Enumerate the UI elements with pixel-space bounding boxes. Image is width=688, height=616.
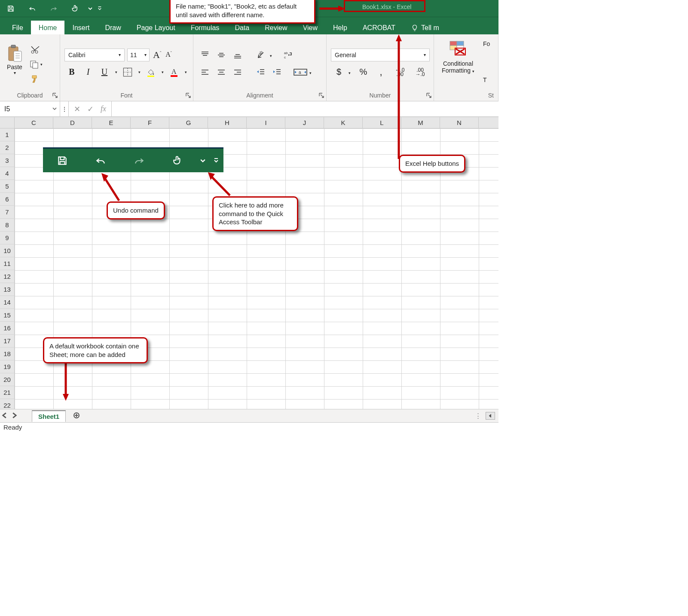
undo-icon[interactable] bbox=[21, 0, 43, 17]
col-header[interactable]: F bbox=[131, 117, 169, 128]
enter-formula-button[interactable]: ✓ bbox=[87, 104, 94, 114]
row-header[interactable]: 17 bbox=[0, 335, 15, 348]
paste-button[interactable]: Paste ▾ bbox=[3, 42, 27, 75]
borders-dropdown-icon[interactable]: ▾ bbox=[137, 70, 142, 74]
row-header[interactable]: 7 bbox=[0, 206, 15, 219]
row-header[interactable]: 9 bbox=[0, 232, 15, 244]
orientation-dropdown-icon[interactable]: ▾ bbox=[270, 52, 272, 58]
number-dialog-launcher-icon[interactable] bbox=[426, 92, 432, 98]
insert-function-button[interactable]: fx bbox=[101, 104, 106, 113]
row-header[interactable]: 2 bbox=[0, 141, 15, 154]
align-left-button[interactable] bbox=[198, 66, 212, 79]
row-header[interactable]: 1 bbox=[0, 128, 15, 141]
col-header[interactable]: M bbox=[401, 117, 440, 128]
row-header[interactable]: 21 bbox=[0, 386, 15, 399]
name-box-dropdown-icon[interactable] bbox=[52, 105, 57, 113]
row-header[interactable]: 13 bbox=[0, 283, 15, 296]
cancel-formula-button[interactable]: ✕ bbox=[74, 104, 80, 114]
row-header[interactable]: 8 bbox=[0, 219, 15, 232]
alignment-dialog-launcher-icon[interactable] bbox=[318, 92, 324, 98]
col-header[interactable]: G bbox=[169, 117, 208, 128]
format-as-table-partial[interactable]: Fo bbox=[483, 40, 490, 47]
row-header[interactable]: 11 bbox=[0, 257, 15, 270]
tab-home[interactable]: Home bbox=[31, 21, 65, 34]
sheet-tab-active[interactable]: Sheet1 bbox=[32, 410, 66, 422]
comma-format-button[interactable]: , bbox=[373, 66, 389, 79]
row-header[interactable]: 6 bbox=[0, 193, 15, 206]
borders-button[interactable] bbox=[120, 66, 135, 79]
bold-button[interactable]: B bbox=[64, 66, 79, 79]
conditional-formatting-button[interactable]: Conditional Formatting ▾ bbox=[437, 38, 480, 74]
format-painter-button[interactable] bbox=[28, 73, 43, 85]
cut-button[interactable] bbox=[28, 44, 43, 56]
align-right-button[interactable] bbox=[230, 66, 245, 79]
col-header[interactable]: N bbox=[440, 117, 479, 128]
row-header[interactable]: 5 bbox=[0, 180, 15, 193]
customize-qat-icon[interactable] bbox=[95, 0, 105, 17]
increase-indent-button[interactable] bbox=[270, 66, 284, 79]
touch-mode-dropdown-icon[interactable] bbox=[86, 0, 95, 17]
align-bottom-button[interactable] bbox=[230, 49, 245, 61]
sheet-nav-prev-icon[interactable] bbox=[0, 412, 9, 420]
row-header[interactable]: 12 bbox=[0, 270, 15, 283]
font-dialog-launcher-icon[interactable] bbox=[185, 92, 191, 98]
increase-font-button[interactable]: Aˆ bbox=[152, 49, 162, 61]
tab-insert[interactable]: Insert bbox=[64, 21, 97, 34]
sheet-nav-next-icon[interactable] bbox=[9, 412, 19, 420]
decrease-decimal-button[interactable]: .00 →.0 bbox=[411, 68, 429, 76]
row-header[interactable]: 22 bbox=[0, 399, 15, 409]
col-header[interactable]: E bbox=[92, 117, 131, 128]
tab-split-handle[interactable]: ⋮ bbox=[475, 412, 482, 420]
accounting-dropdown-icon[interactable]: ▾ bbox=[349, 69, 354, 76]
number-format-dropdown[interactable]: General ▾ bbox=[331, 49, 430, 61]
row-header[interactable]: 19 bbox=[0, 360, 15, 373]
col-header[interactable]: I bbox=[247, 117, 285, 128]
merge-dropdown-icon[interactable]: ▾ bbox=[309, 69, 312, 76]
underline-button[interactable]: U bbox=[97, 66, 112, 79]
tab-help[interactable]: Help bbox=[325, 21, 355, 34]
touch-mode-icon[interactable] bbox=[64, 0, 86, 17]
select-all-corner[interactable] bbox=[0, 117, 15, 128]
merge-center-button[interactable]: a bbox=[293, 66, 308, 79]
fill-dropdown-icon[interactable]: ▾ bbox=[160, 70, 165, 74]
formula-input[interactable] bbox=[111, 101, 498, 116]
decrease-font-button[interactable]: Aˇ bbox=[165, 51, 173, 58]
row-header[interactable]: 10 bbox=[0, 244, 15, 257]
align-top-button[interactable] bbox=[198, 49, 212, 61]
align-middle-button[interactable] bbox=[214, 49, 229, 61]
row-header[interactable]: 14 bbox=[0, 296, 15, 309]
percent-format-button[interactable]: % bbox=[355, 66, 371, 79]
font-name-dropdown[interactable]: Calibri ▾ bbox=[64, 49, 125, 61]
underline-dropdown-icon[interactable]: ▾ bbox=[113, 70, 119, 74]
tab-acrobat[interactable]: ACROBAT bbox=[355, 21, 403, 34]
col-header[interactable]: C bbox=[15, 117, 53, 128]
fill-color-button[interactable] bbox=[144, 66, 158, 79]
tab-file[interactable]: File bbox=[4, 21, 31, 34]
save-icon[interactable] bbox=[0, 0, 21, 17]
clipboard-dialog-launcher-icon[interactable] bbox=[52, 92, 58, 98]
col-header[interactable]: J bbox=[285, 117, 324, 128]
orientation-button[interactable]: ab bbox=[254, 49, 268, 61]
tell-me[interactable]: Tell m bbox=[403, 21, 447, 34]
row-header[interactable]: 18 bbox=[0, 348, 15, 360]
row-header[interactable]: 16 bbox=[0, 322, 15, 335]
formula-bar-handle[interactable]: ⋮ bbox=[60, 101, 69, 116]
row-header[interactable]: 4 bbox=[0, 167, 15, 180]
decrease-indent-button[interactable] bbox=[254, 66, 268, 79]
align-center-button[interactable] bbox=[214, 66, 229, 79]
add-sheet-button[interactable] bbox=[70, 412, 83, 420]
font-size-dropdown[interactable]: 11 ▾ bbox=[127, 49, 150, 61]
row-header[interactable]: 15 bbox=[0, 309, 15, 322]
col-header[interactable]: K bbox=[324, 117, 363, 128]
hscroll-left-icon[interactable] bbox=[486, 412, 495, 420]
italic-button[interactable]: I bbox=[81, 66, 95, 79]
row-header[interactable]: 3 bbox=[0, 154, 15, 167]
font-color-button[interactable]: A bbox=[167, 66, 181, 79]
col-header[interactable]: H bbox=[208, 117, 247, 128]
redo-icon[interactable] bbox=[43, 0, 64, 17]
copy-button[interactable]: ▾ bbox=[28, 58, 43, 70]
font-color-dropdown-icon[interactable]: ▾ bbox=[183, 70, 188, 74]
wrap-text-button[interactable]: abc bbox=[281, 49, 295, 61]
row-header[interactable]: 20 bbox=[0, 373, 15, 386]
accounting-format-button[interactable]: $ bbox=[331, 66, 347, 79]
